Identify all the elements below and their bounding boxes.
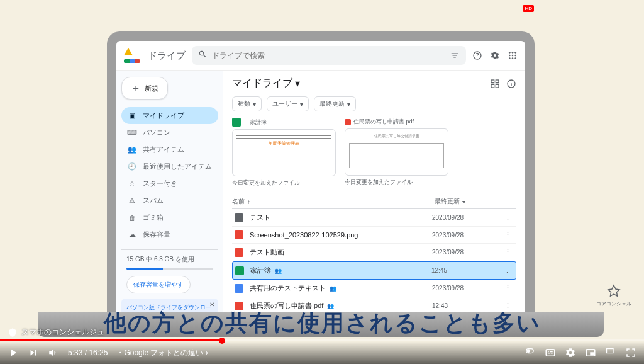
suggestion-card[interactable]: 住民票の写し申請書.pdf 住民票の写し等交付請求書 今日変更を加えたファイル xyxy=(345,118,448,187)
channel-tag[interactable]: スマホのコンシェルジュ xyxy=(8,327,104,338)
file-date: 12:45 xyxy=(431,267,501,274)
chevron-down-icon: ▾ xyxy=(462,198,465,205)
shared-icon: 👥 xyxy=(330,285,336,292)
card-caption: 今日変更を加えたファイル xyxy=(232,179,336,187)
file-type-icon xyxy=(235,230,243,239)
sidebar-item-label: 共有アイテム xyxy=(143,145,184,154)
svg-rect-17 xyxy=(546,350,555,356)
file-row[interactable]: テスト動画 2023/09/28 ⋮ xyxy=(232,244,516,261)
breadcrumb-title[interactable]: マイドライブ ▾ xyxy=(232,77,300,90)
autoplay-toggle-icon[interactable] xyxy=(525,347,536,358)
more-icon[interactable]: ⋮ xyxy=(501,231,514,239)
sidebar-item-1[interactable]: ⌨パソコン xyxy=(121,124,218,141)
new-button[interactable]: ＋ 新規 xyxy=(121,77,168,100)
filter-chip[interactable]: ユーザー ▾ xyxy=(267,96,309,111)
apps-icon[interactable] xyxy=(508,50,518,60)
sidebar-item-label: パソコン xyxy=(143,128,170,137)
close-icon[interactable]: ✕ xyxy=(209,301,214,308)
svg-point-3 xyxy=(514,52,516,54)
more-icon[interactable]: ⋮ xyxy=(501,266,513,275)
subtitles-icon[interactable] xyxy=(545,347,556,358)
sidebar-item-label: 保存容量 xyxy=(143,230,170,239)
sidebar-item-label: スパム xyxy=(143,196,164,205)
file-name: テスト xyxy=(250,213,432,222)
volume-icon[interactable] xyxy=(48,347,59,358)
settings-icon[interactable] xyxy=(565,347,576,358)
sidebar-item-2[interactable]: 👥共有アイテム xyxy=(121,141,218,158)
file-name: 住民票の写し申請書.pdf 👥 xyxy=(250,301,432,310)
more-icon[interactable]: ⋮ xyxy=(501,248,514,256)
sidebar-item-label: スター付き xyxy=(143,179,177,188)
fullscreen-icon[interactable] xyxy=(625,347,636,358)
card-thumbnail: 年間予算管理表 xyxy=(232,129,336,176)
more-icon[interactable]: ⋮ xyxy=(501,284,514,292)
sidebar-item-3[interactable]: 🕘最近使用したアイテム xyxy=(121,158,218,175)
sidebar-item-5[interactable]: ⚠スパム xyxy=(121,192,218,209)
svg-point-8 xyxy=(512,57,514,59)
shared-icon: 👥 xyxy=(327,303,334,309)
column-date[interactable]: 最終更新 ▾ xyxy=(435,197,504,206)
nav-icon: 👥 xyxy=(128,145,136,154)
nav-icon: ☁ xyxy=(128,230,136,239)
video-time: 5:33 / 16:25 xyxy=(68,348,108,357)
video-controls: 5:33 / 16:25 ・Google フォトとの違い › xyxy=(0,341,644,364)
svg-point-7 xyxy=(509,57,511,59)
search-input[interactable] xyxy=(212,51,445,60)
sidebar-item-label: ゴミ箱 xyxy=(143,213,164,222)
sidebar-item-7[interactable]: ☁保存容量 xyxy=(121,226,218,243)
nav-icon: ▣ xyxy=(128,111,136,120)
svg-point-1 xyxy=(509,52,511,54)
column-name[interactable]: 名前 ↑ xyxy=(232,197,435,206)
svg-point-9 xyxy=(514,57,516,59)
chevron-down-icon: ▾ xyxy=(300,101,303,108)
file-type-icon xyxy=(235,284,243,293)
sidebar-item-0[interactable]: ▣マイドライブ xyxy=(121,107,218,124)
brand-watermark: コアコンシェル xyxy=(596,284,631,307)
miniplayer-icon[interactable] xyxy=(585,347,596,358)
filter-chip[interactable]: 種類 ▾ xyxy=(232,96,262,111)
help-icon[interactable] xyxy=(472,50,482,60)
svg-point-4 xyxy=(509,55,511,57)
pdf-icon xyxy=(345,119,351,125)
file-row[interactable]: 家計簿 👥 12:45 ⋮ xyxy=(232,261,516,280)
more-icon[interactable]: ⋮ xyxy=(501,302,514,310)
file-row[interactable]: テスト 2023/09/28 ⋮ xyxy=(232,209,516,227)
search-bar[interactable] xyxy=(192,46,466,65)
gear-icon[interactable] xyxy=(490,50,500,60)
file-date: 2023/09/28 xyxy=(432,232,501,239)
search-icon xyxy=(198,50,207,61)
nav-icon: ☆ xyxy=(128,179,136,188)
more-icon[interactable]: ⋮ xyxy=(501,213,514,222)
sidebar-item-4[interactable]: ☆スター付き xyxy=(121,175,218,192)
svg-point-5 xyxy=(512,55,514,57)
card-thumbnail: 住民票の写し等交付請求書 xyxy=(345,128,448,176)
file-name: 家計簿 👥 xyxy=(250,266,431,275)
storage-upgrade-button[interactable]: 保存容量を増やす xyxy=(126,276,191,293)
theater-icon[interactable] xyxy=(605,347,616,358)
shared-icon: 👥 xyxy=(275,268,282,274)
file-name: 共有用のテストテキスト 👥 xyxy=(250,283,432,293)
info-icon[interactable] xyxy=(506,79,516,89)
nav-icon: ⌨ xyxy=(128,128,136,137)
chapter-label[interactable]: ・Google フォトとの違い › xyxy=(116,348,208,358)
filter-chip[interactable]: 最終更新 ▾ xyxy=(314,96,356,111)
file-name: テスト動画 xyxy=(250,247,432,257)
svg-rect-19 xyxy=(591,353,594,355)
sidebar-item-6[interactable]: 🗑ゴミ箱 xyxy=(121,209,218,226)
file-type-icon xyxy=(235,302,243,310)
nav-icon: ⚠ xyxy=(128,196,136,205)
file-row[interactable]: 共有用のテストテキスト 👥 2023/09/28 ⋮ xyxy=(232,280,516,297)
sidebar-item-label: マイドライブ xyxy=(143,111,184,120)
hd-badge: HD xyxy=(523,5,534,12)
suggestion-card[interactable]: 家計簿 年間予算管理表 今日変更を加えたファイル xyxy=(232,118,336,187)
grid-view-icon[interactable] xyxy=(490,79,500,89)
filter-icon[interactable] xyxy=(450,50,460,60)
file-row[interactable]: Screenshot_20230822-102529.png 2023/09/2… xyxy=(232,227,516,244)
next-icon[interactable] xyxy=(28,347,39,358)
chevron-down-icon: ▾ xyxy=(295,77,300,89)
file-date: 2023/09/28 xyxy=(432,214,501,221)
drive-header: ドライブ xyxy=(116,41,525,71)
chevron-down-icon: ▾ xyxy=(347,101,350,108)
file-date: 12:43 xyxy=(432,302,501,309)
play-icon[interactable] xyxy=(8,347,19,358)
